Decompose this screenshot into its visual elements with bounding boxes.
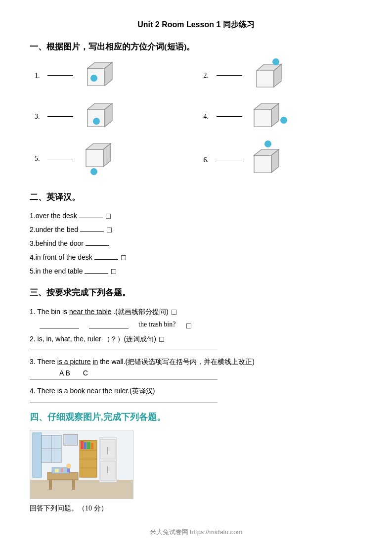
q2-answer-line[interactable] <box>30 350 218 350</box>
svg-rect-39 <box>87 442 90 449</box>
cube-item-2: 2. <box>204 58 363 92</box>
cube-svg-2 <box>249 58 284 92</box>
svg-point-7 <box>272 58 279 65</box>
q3-post: the wall.(把错误选项写在括号内，并在横线上改正) <box>100 358 255 366</box>
svg-rect-32 <box>65 435 77 444</box>
q1-small-square <box>172 310 176 315</box>
q3-answer-line[interactable] <box>30 379 218 379</box>
q3-ab-label: A B <box>59 369 70 377</box>
q1-answer-blank1[interactable] <box>40 328 79 328</box>
cube-blank-4[interactable] <box>217 116 242 117</box>
q1-answer-blank2[interactable] <box>89 328 129 328</box>
q3-pre: 3. There <box>30 358 57 366</box>
q2-small-square <box>159 337 164 342</box>
section3-content: 1. The bin is near the table .(就画线部分提问) … <box>30 304 362 403</box>
section2-content: 1.over the desk 2.under the bed 3.behind… <box>30 209 362 278</box>
trans-item-1: 1.over the desk <box>30 209 362 223</box>
svg-rect-26 <box>33 433 42 477</box>
cube-item-1: 1. <box>35 58 194 92</box>
trans-text-5: 5.in the end table <box>30 267 83 275</box>
section3-q3: 3. There is a picture in the wall.(把错误选项… <box>30 354 362 370</box>
trans-item-4: 4.in front of the desk <box>30 250 362 264</box>
trans-item-3: 3.behind the door <box>30 236 362 250</box>
cube-number-3: 3. <box>35 113 44 121</box>
svg-point-19 <box>90 168 97 175</box>
section4: 四、仔细观察图片,完成下列各题。 <box>30 411 362 513</box>
section3-header: 三、按要求完成下列各题。 <box>30 287 362 298</box>
cube-number-4: 4. <box>204 113 213 121</box>
svg-rect-37 <box>81 441 84 449</box>
q1-answer-row: the trash bin? <box>40 321 362 328</box>
cube-item-3: 3. <box>35 99 194 134</box>
cube-blank-2[interactable] <box>217 75 242 76</box>
cube-svg-4 <box>249 99 289 134</box>
q2-text: 2. is, in, what, the, ruler （？）(连词成句) <box>30 335 156 343</box>
svg-rect-50 <box>55 469 59 472</box>
section4-score-note: 回答下列问题。（10 分） <box>30 504 362 513</box>
svg-marker-21 <box>254 155 271 173</box>
cube-blank-5[interactable] <box>47 159 73 159</box>
q1-pre: 1. The bin is <box>30 308 69 316</box>
trans-blank-4[interactable] <box>94 259 118 260</box>
svg-rect-38 <box>84 442 87 449</box>
cube-item-6: 6. <box>204 140 363 180</box>
small-square-4 <box>121 255 126 260</box>
q3-a-text: is a picture <box>57 358 91 366</box>
svg-marker-4 <box>257 71 274 87</box>
small-square-1 <box>106 214 111 219</box>
section1-header: 一、根据图片，写出相应的方位介词(短语)。 <box>30 41 362 52</box>
cube-item-5: 5. <box>35 140 194 180</box>
cube-svg-6 <box>249 140 284 180</box>
trans-blank-2[interactable] <box>80 231 104 232</box>
svg-rect-44 <box>107 447 108 454</box>
room-illustration <box>30 430 133 499</box>
q3-c-label: C <box>83 369 88 377</box>
svg-marker-12 <box>254 109 271 127</box>
svg-rect-25 <box>30 480 133 499</box>
cube-blank-6[interactable] <box>217 160 242 160</box>
trans-blank-1[interactable] <box>79 218 103 218</box>
trans-blank-3[interactable] <box>86 245 109 246</box>
section3-q2: 2. is, in, what, the, ruler （？）(连词成句) <box>30 331 362 347</box>
q4-text: 4. There is a book near the ruler.(英译汉) <box>30 387 155 395</box>
q3-b-text: in <box>92 358 98 366</box>
cube-number-2: 2. <box>204 72 213 80</box>
svg-point-15 <box>280 117 287 124</box>
page-title: Unit 2 Room Lesson 1 同步练习 <box>30 20 362 30</box>
svg-point-11 <box>93 118 100 125</box>
trans-text-2: 2.under the bed <box>30 226 78 233</box>
trans-blank-5[interactable] <box>85 273 108 274</box>
small-square-5 <box>111 269 116 274</box>
svg-point-52 <box>66 463 71 468</box>
q1-small-square2 <box>186 324 191 328</box>
q1-underline: near the table <box>69 308 112 316</box>
cube-blank-3[interactable] <box>47 116 73 117</box>
svg-point-3 <box>90 75 97 82</box>
trans-text-3: 3.behind the door <box>30 239 84 247</box>
svg-rect-43 <box>101 461 115 481</box>
cube-svg-1 <box>80 58 115 92</box>
section3-q4: 4. There is a book near the ruler.(英译汉) <box>30 383 362 399</box>
q1-suffix: the trash bin? <box>138 321 175 328</box>
cube-number-5: 5. <box>35 155 44 163</box>
svg-rect-40 <box>91 443 93 449</box>
svg-point-20 <box>264 140 271 147</box>
cube-blank-1[interactable] <box>47 75 73 76</box>
svg-rect-49 <box>52 467 69 473</box>
section2-header: 二、英译汉。 <box>30 191 362 203</box>
cubes-grid: 1. 2. <box>35 58 362 183</box>
svg-rect-42 <box>101 439 115 459</box>
q1-post: .(就画线部分提问) <box>113 308 168 316</box>
footer-text: 米大兔试卷网 https://midatu.com <box>30 528 362 537</box>
q3-ab-row: A B C <box>59 369 88 377</box>
svg-rect-53 <box>67 468 70 472</box>
cube-svg-3 <box>80 99 115 134</box>
cube-number-6: 6. <box>204 156 213 164</box>
cube-svg-5 <box>80 140 115 177</box>
trans-item-2: 2.under the bed <box>30 223 362 236</box>
trans-item-5: 5.in the end table <box>30 264 362 278</box>
svg-rect-48 <box>72 480 75 490</box>
q4-answer-line[interactable] <box>30 403 218 403</box>
svg-rect-47 <box>49 480 52 490</box>
small-square-2 <box>107 228 112 232</box>
